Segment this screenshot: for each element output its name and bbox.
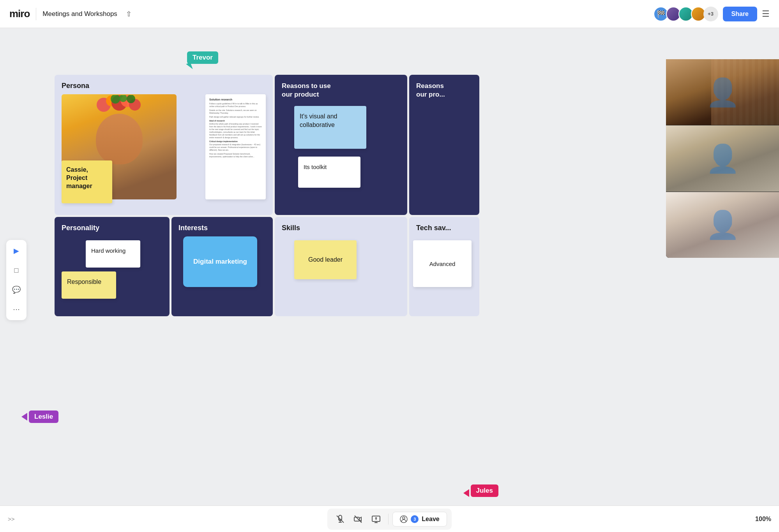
jules-cursor: Jules <box>463 484 498 497</box>
reasons-title: Reasons to use our product <box>282 82 400 99</box>
video-tile-2: 👤 <box>666 125 779 192</box>
video-tile-3: 👤 <box>666 192 779 258</box>
control-divider <box>388 514 389 525</box>
interests-section: Interests Digital marketing <box>171 217 273 316</box>
topbar-right: 🏁 +3 Share ☰ <box>654 7 770 21</box>
doc-body-2: Details on the role: Solutions research,… <box>209 109 262 115</box>
zoom-level: 100% <box>755 516 771 523</box>
skills-title: Skills <box>282 224 400 232</box>
video-panel: 👤 👤 👤 <box>666 59 779 258</box>
document-card: Solution research Follow a quick guideli… <box>205 94 266 199</box>
mute-button[interactable] <box>332 511 348 527</box>
persona-name-sticky: Cassie, Project manager <box>62 160 112 203</box>
participant-count-badge: 3 <box>411 515 419 523</box>
personality-title: Personality <box>62 224 163 232</box>
doc-body-6: How we created Proposed Solution benchma… <box>209 153 262 158</box>
toolkit-sticky: Its toolkit <box>298 157 360 188</box>
skills-section: Skills Good leader <box>275 217 407 316</box>
persona-title: Persona <box>62 82 266 90</box>
divider <box>36 8 36 20</box>
media-controls: 3 Leave <box>327 509 451 530</box>
more-tools-icon[interactable]: ⋯ <box>10 303 23 315</box>
bottom-bar: >> <box>0 506 779 532</box>
doc-title: Solution research <box>209 98 262 101</box>
hard-working-sticky: Hard working <box>86 240 140 268</box>
miro-logo: miro <box>9 8 30 20</box>
doc-body-1: Follow a quick guidelines if fill in to … <box>209 102 262 108</box>
video-tile-1: 👤 <box>666 59 779 125</box>
face <box>96 114 143 164</box>
svg-line-16 <box>355 516 362 523</box>
doc-body-5: Our proposed research & integration (bus… <box>209 143 262 151</box>
svg-point-7 <box>127 95 135 103</box>
left-sidebar: ▶ □ 💬 ⋯ <box>6 240 26 320</box>
tech-title: Tech sav... <box>416 224 472 232</box>
leave-button[interactable]: 3 Leave <box>392 512 447 527</box>
upload-icon[interactable]: ⇧ <box>124 9 134 19</box>
trevor-name-tag: Trevor <box>187 51 218 64</box>
jules-cursor-arrow <box>463 489 469 497</box>
doc-body-4: Define the whole path of branding was pr… <box>209 123 262 139</box>
screen-share-button[interactable] <box>368 511 384 527</box>
visual-collaborative-sticky: It's visual and collaborative <box>294 106 366 149</box>
menu-icon[interactable]: ☰ <box>762 9 770 19</box>
doc-body-3: Path design will gather relevant signups… <box>209 116 262 118</box>
interests-title: Interests <box>178 224 266 232</box>
responsible-sticky: Responsible <box>62 271 116 299</box>
avatar-group: 🏁 +3 <box>654 7 718 21</box>
persona-section: Persona Cassie, Pro <box>55 75 273 215</box>
leslie-cursor: Leslie <box>21 410 58 423</box>
topbar: miro Meetings and Workshops ⇧ 🏁 +3 Share… <box>0 0 779 28</box>
trevor-cursor: Trevor <box>187 51 218 70</box>
jules-name-tag: Jules <box>471 484 498 497</box>
cursor-tool-icon[interactable]: ▶ <box>10 245 23 257</box>
sticky-note-icon[interactable]: □ <box>10 264 23 277</box>
personality-section: Personality Hard working Responsible <box>55 217 170 316</box>
reasons2-title: Reasonsour pro... <box>416 82 472 99</box>
svg-point-19 <box>403 517 405 519</box>
leslie-name-tag: Leslie <box>29 410 58 423</box>
reasons-section: Reasons to use our product It's visual a… <box>275 75 407 215</box>
doc-bold-2: Critical design implementation <box>209 140 262 143</box>
good-leader-sticky: Good leader <box>294 240 357 279</box>
canvas: ▶ □ 💬 ⋯ Persona <box>0 28 779 532</box>
expand-button[interactable]: >> <box>8 516 15 522</box>
share-button[interactable]: Share <box>723 7 757 21</box>
digital-marketing-card: Digital marketing <box>183 236 257 287</box>
more-users-badge[interactable]: +3 <box>703 7 718 21</box>
comment-icon[interactable]: 💬 <box>10 284 23 296</box>
reasons-section-2: Reasonsour pro... <box>409 75 479 215</box>
leslie-cursor-arrow <box>21 413 27 421</box>
board-title: Meetings and Workshops <box>42 10 117 18</box>
advanced-sticky: Advanced <box>413 240 472 287</box>
doc-bold-1: Ideal of research <box>209 120 262 122</box>
video-button[interactable] <box>350 511 366 527</box>
tech-section: Tech sav... Advanced <box>409 217 479 316</box>
